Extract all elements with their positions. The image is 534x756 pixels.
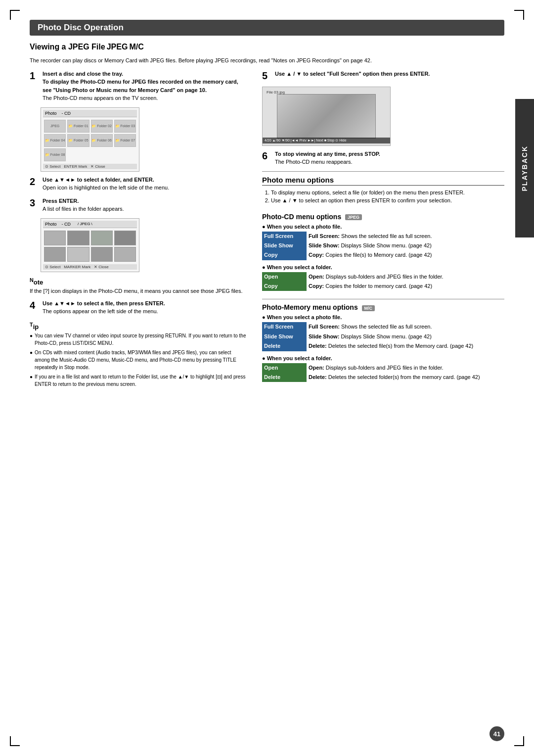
mockup2-cell-5 <box>44 247 66 262</box>
mockup2-cell-8 <box>114 247 136 262</box>
option-row-slideshow-mc: Slide Show Slide Show: Displays Slide Sh… <box>262 332 504 341</box>
when-photo-mc-text: When you select a photo file. <box>267 314 342 320</box>
left-column: 1 Insert a disc and close the tray. To d… <box>30 70 247 392</box>
photo-memory-title-text: Photo-Memory menu options <box>262 303 358 311</box>
mockup1-cell-jpeg: JPEG <box>44 120 66 133</box>
photo-memory-folder-options-table: Open Open: Displays sub-folders and JPEG… <box>262 363 504 382</box>
step-2-bold: Use ▲▼◄► to select a folder, and ENTER. <box>43 177 154 183</box>
mockup1-cell-f05: 📁 Folder 05 <box>67 134 89 147</box>
mockup1-cell-f04: 📁 Folder 04 <box>44 134 66 147</box>
option-row-copy-folder-cd: Copy Copy: Copies the folder to memory c… <box>262 282 504 291</box>
corner-mark-br <box>514 736 524 746</box>
mc-badge: M/C <box>129 43 143 51</box>
option-key-open-cd: Open <box>262 272 307 282</box>
tip-item-2: ● On CDs with mixed content (Audio track… <box>30 349 247 371</box>
when-photo-label: ● When you select a photo file. <box>262 224 504 230</box>
option-row-delete-folder-mc: Delete Delete: Deletes the selected fold… <box>262 373 504 382</box>
mockup2-cell-3 <box>91 231 113 245</box>
step-4: 4 Use ▲▼◄► to select a file, then press … <box>30 299 247 316</box>
photo-cd-folder-mockup: Photo - CD JPEG 📁 Folder 01 📁 Folder 02 … <box>41 107 139 172</box>
two-column-layout: 1 Insert a disc and close the tray. To d… <box>30 70 504 392</box>
photo-cd-folder-options-table: Open Open: Displays sub-folders and JPEG… <box>262 272 504 291</box>
playback-label: PLAYBACK <box>521 145 529 191</box>
step-3-num: 3 <box>30 197 41 209</box>
tip-text-2: On CDs with mixed content (Audio tracks,… <box>35 349 247 371</box>
fullscreen-mockup: File 03.jpg 4/20 ▲/90 ▼/90 |◄◄ Prev ►►| … <box>262 87 391 146</box>
option-row-slideshow: Slide Show Slide Show: Displays Slide Sh… <box>262 241 504 250</box>
divider-2 <box>262 299 504 299</box>
mockup1-cell-f08: 📁 Folder 08 <box>44 148 66 161</box>
step-3-bold: Press ENTER. <box>43 198 79 204</box>
photo-cd-photo-options-table: Full Screen Full Screen: Shows the selec… <box>262 232 504 260</box>
step-3: 3 Press ENTER. A list of files in the fo… <box>30 197 247 213</box>
option-desc-copy: Copy: Copies the file(s) to Memory card.… <box>307 250 504 260</box>
step-4-bold: Use ▲▼◄► to select a file, then press EN… <box>43 300 165 306</box>
step-1-content: Insert a disc and close the tray. To dis… <box>43 70 247 102</box>
section-title: Photo Disc Operation <box>38 23 124 32</box>
photo-cd-title-text: Photo-CD menu options <box>262 213 341 221</box>
note-text: If the [?] icon displays in the Photo-CD… <box>30 288 242 294</box>
step-1-num: 1 <box>30 70 41 82</box>
option-row-fullscreen: Full Screen Full Screen: Shows the selec… <box>262 232 504 241</box>
step-4-num: 4 <box>30 299 41 311</box>
divider-1 <box>262 171 504 172</box>
option-row-delete-mc: Delete Delete: Deletes the selected file… <box>262 341 504 351</box>
step-5-bold: Use ▲ / ▼ to select "Full Screen" option… <box>275 71 430 77</box>
photo-menu-options-list: To display menu options, select a file (… <box>271 189 504 205</box>
photo-menu-options-title: Photo menu options <box>262 176 504 186</box>
option-row-copy: Copy Copy: Copies the file(s) to Memory … <box>262 250 504 260</box>
mockup1-cell-f06: 📁 Folder 06 <box>91 134 113 147</box>
photo-cd-menu-title: Photo-CD menu options JPEG <box>262 213 504 221</box>
mockup2-cell-4 <box>114 231 136 245</box>
option-desc-slideshow: Slide Show: Displays Slide Show menu. (p… <box>307 241 504 250</box>
mockup1-grid: JPEG 📁 Folder 01 📁 Folder 02 📁 Folder 03… <box>43 119 137 162</box>
viewing-title-row: Viewing a JPEG File JPEG M/C <box>30 43 504 51</box>
option-desc-delete-folder-mc: Delete: Deletes the selected folder(s) f… <box>307 373 504 382</box>
step-6-text: The Photo-CD menu reappears. <box>275 159 353 165</box>
page-container: PLAYBACK Photo Disc Operation Viewing a … <box>0 0 534 756</box>
when-folder-label: ● When you select a folder. <box>262 264 504 270</box>
option-desc-slideshow-mc: Slide Show: Displays Slide Show menu. (p… <box>307 332 504 341</box>
photo-cd-jpeg-badge: JPEG <box>345 214 362 220</box>
mockup2-cell-6 <box>67 247 89 262</box>
mockup2-cell-1 <box>44 231 66 245</box>
photo-cd-menu-options-section: Photo-CD menu options JPEG ● When you se… <box>262 213 504 291</box>
option-key-fullscreen: Full Screen <box>262 232 307 241</box>
tip-item-3: ● If you are in a file list and want to … <box>30 373 247 388</box>
step-1: 1 Insert a disc and close the tray. To d… <box>30 70 247 102</box>
section-header: Photo Disc Operation <box>30 20 504 36</box>
option-key-copy: Copy <box>262 250 307 260</box>
tip-item-1: ● You can view TV channel or video input… <box>30 332 247 347</box>
step-6: 6 To stop viewing at any time, press STO… <box>262 150 504 166</box>
mockup1-header-left: Photo <box>45 111 57 116</box>
when-folder-mc-label: ● When you select a folder. <box>262 355 504 361</box>
option-desc-fullscreen-mc: Full Screen: Shows the selected file as … <box>307 322 504 331</box>
option-key-slideshow-mc: Slide Show <box>262 332 307 341</box>
step-3-content: Press ENTER. A list of files in the fold… <box>43 197 247 213</box>
option-desc-copy-folder-cd: Copy: Copies the folder to memory card. … <box>307 282 504 291</box>
option-key-open-mc: Open <box>262 363 307 373</box>
step-3-text: A list of files in the folder appears. <box>43 206 124 212</box>
mockup1-footer: ⊙ Select ENTER Mark ✕ Close <box>43 164 137 169</box>
when-folder-text: When you select a folder. <box>267 264 332 270</box>
fullscreen-bar-text: 4/20 ▲/90 ▼/90 |◄◄ Prev ►►| Next ■ Stop … <box>265 139 347 142</box>
step-2-text: Open icon is highlighted on the left sid… <box>43 185 169 190</box>
fullscreen-filename: File 03.jpg <box>267 90 285 94</box>
playback-sidebar: PLAYBACK <box>515 99 534 237</box>
option-key-slideshow: Slide Show <box>262 241 307 250</box>
mockup2-footer: ⊙ Select MARKER Mark ✕ Close <box>43 264 137 270</box>
option-key-delete-folder-mc: Delete <box>262 373 307 382</box>
mockup2-header: Photo - CD / JPEG \ <box>43 221 137 228</box>
option-desc-delete-mc: Delete: Deletes the selected file(s) fro… <box>307 341 504 351</box>
mockup1-cell-f02: 📁 Folder 02 <box>91 120 113 133</box>
step-6-content: To stop viewing at any time, press STOP.… <box>275 150 504 166</box>
option-row-fullscreen-mc: Full Screen Full Screen: Shows the selec… <box>262 322 504 331</box>
viewing-title: Viewing a JPEG File <box>30 43 105 51</box>
when-photo-mc-label: ● When you select a photo file. <box>262 314 504 320</box>
option-desc-fullscreen: Full Screen: Shows the selected file as … <box>307 232 504 241</box>
corner-mark-tr <box>514 10 524 20</box>
step-1-sub: The Photo-CD menu appears on the TV scre… <box>43 95 158 101</box>
tip-box: Tip ● You can view TV channel or video i… <box>30 321 247 388</box>
note-title: Note <box>30 279 43 286</box>
mockup1-cell-f01: 📁 Folder 01 <box>67 120 89 133</box>
